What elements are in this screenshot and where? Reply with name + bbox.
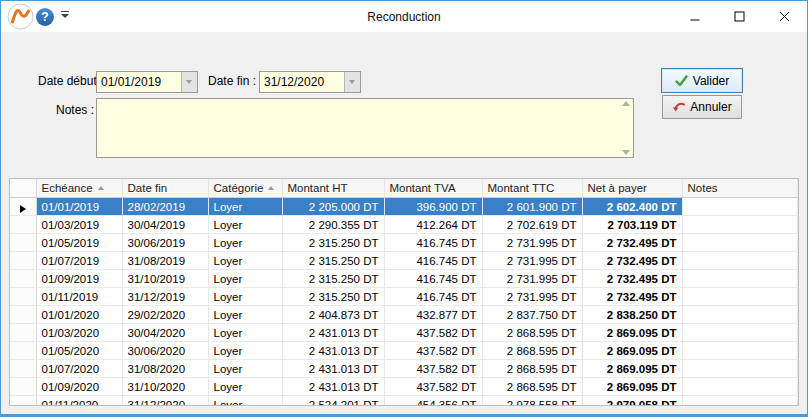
- table-cell[interactable]: Loyer: [208, 216, 282, 234]
- table-cell[interactable]: 31/12/2019: [122, 288, 208, 306]
- table-cell[interactable]: 416.745 DT: [384, 270, 482, 288]
- table-cell[interactable]: 2 869.095 DT: [582, 342, 682, 360]
- table-cell[interactable]: 01/03/2019: [36, 216, 122, 234]
- table-cell[interactable]: 2 404.873 DT: [282, 306, 384, 324]
- help-button[interactable]: ?: [36, 8, 54, 26]
- row-selector[interactable]: [10, 360, 36, 378]
- scroll-down-icon[interactable]: [622, 150, 630, 155]
- table-cell[interactable]: 412.264 DT: [384, 216, 482, 234]
- row-selector[interactable]: [10, 216, 36, 234]
- table-cell[interactable]: 454.356 DT: [384, 396, 482, 407]
- table-cell[interactable]: 416.745 DT: [384, 234, 482, 252]
- column-header[interactable]: Echéance: [36, 179, 122, 198]
- row-selector[interactable]: [10, 198, 36, 216]
- row-selector[interactable]: [10, 342, 36, 360]
- table-row[interactable]: 01/09/201931/10/2019Loyer2 315.250 DT416…: [10, 270, 798, 288]
- maximize-button[interactable]: [717, 1, 762, 32]
- table-cell[interactable]: 31/10/2019: [122, 270, 208, 288]
- table-cell[interactable]: [682, 270, 798, 288]
- close-button[interactable]: [762, 1, 807, 32]
- row-selector[interactable]: [10, 324, 36, 342]
- table-cell[interactable]: 01/11/2020: [36, 396, 122, 407]
- table-cell[interactable]: 30/06/2020: [122, 342, 208, 360]
- scroll-up-icon[interactable]: [622, 101, 630, 106]
- table-row[interactable]: 01/07/202031/08/2020Loyer2 431.013 DT437…: [10, 360, 798, 378]
- table-cell[interactable]: Loyer: [208, 306, 282, 324]
- table-cell[interactable]: [682, 234, 798, 252]
- table-cell[interactable]: 2 290.355 DT: [282, 216, 384, 234]
- table-row[interactable]: 01/11/201931/12/2019Loyer2 315.250 DT416…: [10, 288, 798, 306]
- table-cell[interactable]: 01/09/2019: [36, 270, 122, 288]
- notes-scrollbar[interactable]: [618, 99, 633, 157]
- table-cell[interactable]: 2 868.595 DT: [482, 324, 582, 342]
- table-cell[interactable]: Loyer: [208, 252, 282, 270]
- table-cell[interactable]: 437.582 DT: [384, 342, 482, 360]
- table-cell[interactable]: 2 732.495 DT: [582, 234, 682, 252]
- table-cell[interactable]: Loyer: [208, 324, 282, 342]
- table-cell[interactable]: [682, 324, 798, 342]
- table-cell[interactable]: Loyer: [208, 198, 282, 216]
- table-cell[interactable]: 2 315.250 DT: [282, 288, 384, 306]
- table-cell[interactable]: 30/04/2019: [122, 216, 208, 234]
- table-cell[interactable]: 2 315.250 DT: [282, 234, 384, 252]
- table-cell[interactable]: 01/05/2020: [36, 342, 122, 360]
- row-selector[interactable]: [10, 252, 36, 270]
- table-cell[interactable]: [682, 252, 798, 270]
- table-cell[interactable]: 2 869.095 DT: [582, 360, 682, 378]
- table-cell[interactable]: 2 315.250 DT: [282, 270, 384, 288]
- table-cell[interactable]: 2 431.013 DT: [282, 360, 384, 378]
- table-cell[interactable]: 432.877 DT: [384, 306, 482, 324]
- table-cell[interactable]: 437.582 DT: [384, 378, 482, 396]
- table-cell[interactable]: 01/11/2019: [36, 288, 122, 306]
- table-row[interactable]: 01/05/201930/06/2019Loyer2 315.250 DT416…: [10, 234, 798, 252]
- table-cell[interactable]: Loyer: [208, 234, 282, 252]
- table-cell[interactable]: 2 732.495 DT: [582, 270, 682, 288]
- table-cell[interactable]: 01/05/2019: [36, 234, 122, 252]
- table-cell[interactable]: 01/07/2020: [36, 360, 122, 378]
- table-cell[interactable]: 2 868.595 DT: [482, 378, 582, 396]
- table-cell[interactable]: 30/04/2020: [122, 324, 208, 342]
- table-cell[interactable]: [682, 306, 798, 324]
- table-cell[interactable]: 29/02/2020: [122, 306, 208, 324]
- table-cell[interactable]: 2 431.013 DT: [282, 378, 384, 396]
- table-cell[interactable]: 2 431.013 DT: [282, 342, 384, 360]
- column-header[interactable]: Montant TVA: [384, 179, 482, 198]
- column-header[interactable]: Catégorie: [208, 179, 282, 198]
- table-cell[interactable]: Loyer: [208, 396, 282, 407]
- table-row[interactable]: 01/07/201931/08/2019Loyer2 315.250 DT416…: [10, 252, 798, 270]
- table-cell[interactable]: 2 838.250 DT: [582, 306, 682, 324]
- table-cell[interactable]: 2 837.750 DT: [482, 306, 582, 324]
- table-cell[interactable]: 01/07/2019: [36, 252, 122, 270]
- table-cell[interactable]: 2 731.995 DT: [482, 252, 582, 270]
- table-cell[interactable]: 2 702.619 DT: [482, 216, 582, 234]
- column-header[interactable]: Notes: [682, 179, 798, 198]
- toolbar-dropdown-icon[interactable]: [59, 10, 71, 22]
- table-cell[interactable]: 2 732.495 DT: [582, 252, 682, 270]
- row-selector[interactable]: [10, 234, 36, 252]
- table-cell[interactable]: [682, 360, 798, 378]
- column-header[interactable]: Montant TTC: [482, 179, 582, 198]
- table-row[interactable]: 01/09/202031/10/2020Loyer2 431.013 DT437…: [10, 378, 798, 396]
- table-cell[interactable]: 31/10/2020: [122, 378, 208, 396]
- table-cell[interactable]: 2 524.201 DT: [282, 396, 384, 407]
- table-cell[interactable]: 2 869.095 DT: [582, 324, 682, 342]
- table-cell[interactable]: 01/01/2019: [36, 198, 122, 216]
- table-cell[interactable]: Loyer: [208, 342, 282, 360]
- table-cell[interactable]: Loyer: [208, 288, 282, 306]
- table-cell[interactable]: Loyer: [208, 270, 282, 288]
- column-header[interactable]: Montant HT: [282, 179, 384, 198]
- minimize-button[interactable]: [672, 1, 717, 32]
- table-cell[interactable]: Loyer: [208, 378, 282, 396]
- table-cell[interactable]: [682, 216, 798, 234]
- table-row[interactable]: 01/05/202030/06/2020Loyer2 431.013 DT437…: [10, 342, 798, 360]
- table-cell[interactable]: 01/09/2020: [36, 378, 122, 396]
- table-cell[interactable]: 416.745 DT: [384, 288, 482, 306]
- column-header[interactable]: Date fin: [122, 179, 208, 198]
- table-cell[interactable]: 2 868.595 DT: [482, 360, 582, 378]
- table-cell[interactable]: 2 602.400 DT: [582, 198, 682, 216]
- table-row[interactable]: 01/01/202029/02/2020Loyer2 404.873 DT432…: [10, 306, 798, 324]
- table-cell[interactable]: 2 431.013 DT: [282, 324, 384, 342]
- table-cell[interactable]: 30/06/2019: [122, 234, 208, 252]
- date-debut-picker-button[interactable]: [181, 72, 197, 92]
- table-cell[interactable]: 2 731.995 DT: [482, 270, 582, 288]
